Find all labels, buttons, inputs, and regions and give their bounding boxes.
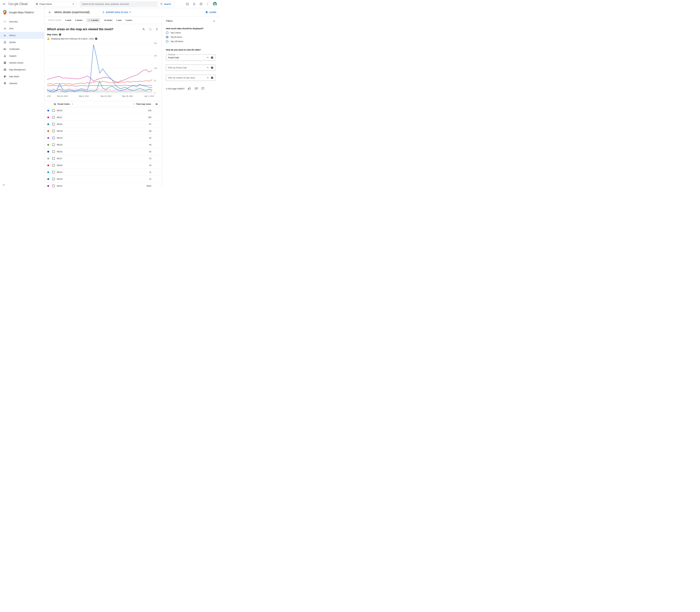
feedback-icon: [201, 87, 204, 90]
svg-text:?: ?: [212, 77, 213, 79]
reset-zoom-button[interactable]: RESET ZOOM: [48, 19, 61, 21]
hamburger-menu-button[interactable]: [2, 3, 5, 5]
zoom-option-12-weeks[interactable]: 12 weeks: [104, 19, 112, 21]
search-button[interactable]: Search: [157, 1, 174, 7]
row-checkbox[interactable]: [52, 157, 55, 160]
row-checkbox[interactable]: [52, 123, 55, 125]
sidebar-item-solution-library[interactable]: Solution Library: [0, 59, 44, 66]
chart-export-button[interactable]: [156, 28, 158, 31]
map-management-icon: [3, 68, 6, 71]
sidebar-item-credentials[interactable]: Credentials: [0, 45, 44, 53]
radio-icon[interactable]: [166, 36, 169, 38]
sidebar-item-apis[interactable]: APIs: [0, 25, 44, 32]
radio-option-top-100-items[interactable]: Top 100 items: [166, 39, 215, 43]
chart-x-axis: UTC Feb 26, 2023Mar 8, 2022Mar 15, 2022M…: [47, 95, 152, 98]
map-views-filter-select[interactable]: Filter by number of map views ?: [166, 75, 215, 81]
sidebar-item-label: Solution Library: [9, 62, 23, 64]
collapse-sidebar-button[interactable]: [2, 183, 5, 186]
sidebar-item-datasets[interactable]: Datasets: [0, 80, 44, 87]
page-header: Metric details (experimental) EXPORT DAT…: [44, 8, 219, 16]
sort-column-header[interactable]: Total map views: [133, 103, 151, 105]
row-checkbox[interactable]: [52, 178, 55, 180]
thumb-down-button[interactable]: [194, 87, 198, 90]
x-axis-tick: Mar 15, 2022: [101, 95, 111, 97]
sidebar-item-map-styles[interactable]: Map Styles: [0, 73, 44, 80]
fullscreen-icon: [149, 28, 152, 31]
learn-icon: [205, 11, 208, 14]
cloud-shell-button[interactable]: [186, 2, 189, 5]
map-views-cell: 40: [149, 144, 151, 146]
postal-filter-help-icon[interactable]: ?: [211, 67, 213, 69]
kebab-menu-icon: [206, 3, 209, 5]
row-checkbox[interactable]: [52, 116, 55, 119]
credentials-icon: [3, 48, 6, 51]
zoom-option-2-weeks[interactable]: 2 weeks: [75, 19, 82, 21]
row-checkbox[interactable]: [52, 164, 55, 167]
notifications-button[interactable]: [193, 2, 196, 5]
svg-text:?: ?: [212, 57, 213, 58]
back-button[interactable]: [48, 11, 51, 14]
map-views-cell: 42: [149, 137, 151, 139]
warning-help-icon[interactable]: ?: [95, 38, 97, 40]
sidebar: Google Maps Platform OverviewAPIsMetrics…: [0, 8, 44, 189]
sidebar-item-metrics[interactable]: Metrics: [0, 32, 44, 39]
postal-code-filter-select[interactable]: Filter by Postal Code ?: [166, 65, 215, 71]
chevron-down-icon: [73, 4, 74, 4]
group-by-help-icon[interactable]: ?: [211, 56, 213, 59]
solution-library-icon: [3, 61, 6, 64]
zoom-option-1-week[interactable]: 1 week: [65, 19, 71, 21]
table-row: 9810167: [44, 121, 162, 128]
radio-option-top-50-items[interactable]: Top 50 items: [166, 35, 215, 39]
zoom-option-3-years[interactable]: 3 years: [125, 19, 132, 21]
sidebar-item-support[interactable]: Support: [0, 53, 44, 59]
row-checkbox[interactable]: [52, 130, 55, 132]
radio-icon[interactable]: [166, 31, 169, 34]
postal-code-cell: Name: [57, 185, 62, 187]
sidebar-item-map-management[interactable]: Map Management: [0, 66, 44, 73]
series-color-dot: [47, 123, 49, 125]
map-views-cell: 235: [148, 109, 151, 112]
row-checkbox[interactable]: [52, 109, 55, 112]
collapse-filters-button[interactable]: [213, 20, 215, 23]
learn-link[interactable]: LEARN: [205, 11, 216, 14]
row-checkbox[interactable]: [52, 137, 55, 139]
help-button[interactable]: [200, 2, 202, 5]
zoom-option-1-year[interactable]: 1 year: [116, 19, 122, 21]
terminal-icon: [186, 2, 189, 5]
y-axis-tick: 300: [154, 55, 157, 57]
thumb-up-button[interactable]: [188, 87, 191, 90]
row-checkbox[interactable]: [52, 143, 55, 146]
svg-text:?: ?: [96, 38, 97, 39]
export-csv-button[interactable]: EXPORT DATA TO CSV: [102, 11, 131, 14]
more-options-button[interactable]: [206, 3, 209, 5]
radio-icon[interactable]: [166, 40, 169, 43]
row-checkbox[interactable]: [52, 150, 55, 153]
map-views-cell: 11: [149, 178, 151, 180]
project-selector[interactable]: Project Name: [34, 1, 76, 7]
group-by-column-header[interactable]: Postal Codes: [54, 103, 73, 105]
time-range-bar: RESET ZOOM 1 week2 weeks4 weeks12 weeks1…: [44, 16, 162, 24]
sidebar-item-overview[interactable]: Overview: [0, 18, 44, 25]
table-header: Postal Codes Total map views: [44, 101, 162, 107]
table-row: 98115235: [44, 107, 162, 114]
avatar[interactable]: [213, 2, 217, 6]
search-icon: [160, 3, 163, 5]
views-filter-help-icon[interactable]: ?: [211, 76, 213, 79]
chart-svg[interactable]: [47, 41, 152, 94]
postal-code-cell: 98103: [57, 164, 63, 166]
group-by-select[interactable]: Group by Postal Code ?: [166, 55, 215, 61]
search-input[interactable]: [80, 1, 157, 7]
back-arrow-icon: [48, 11, 51, 14]
chart-zoom-button[interactable]: [142, 28, 145, 31]
warning-text: Displaying data from February 26 to Apri…: [51, 38, 94, 40]
metric-help-icon[interactable]: ?: [59, 33, 61, 36]
postal-code-cell: 98133: [57, 130, 63, 132]
zoom-option-4-weeks[interactable]: 4 weeks: [86, 18, 100, 22]
column-settings-button[interactable]: [156, 103, 158, 105]
sidebar-item-quotas[interactable]: Quotas: [0, 39, 44, 45]
row-checkbox[interactable]: [52, 171, 55, 173]
chart-fullscreen-button[interactable]: [149, 28, 152, 31]
radio-option-top-5-items[interactable]: Top 5 items: [166, 30, 215, 35]
send-feedback-button[interactable]: [201, 87, 204, 90]
row-checkbox[interactable]: [52, 185, 55, 187]
